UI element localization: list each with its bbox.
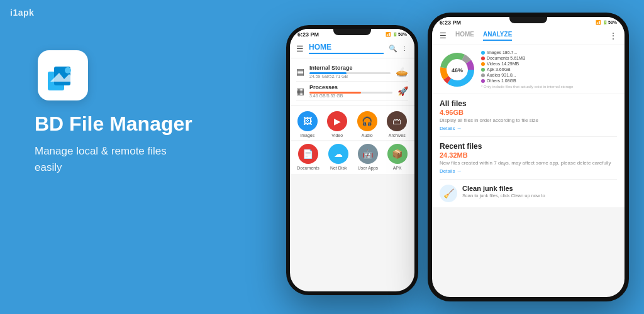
legend-dot-apk bbox=[481, 68, 485, 72]
divider1 bbox=[440, 136, 617, 137]
archives-label: Archives bbox=[389, 133, 406, 138]
phone2-notch bbox=[509, 17, 547, 23]
internal-storage-name: Internal Storage bbox=[309, 65, 391, 71]
legend-item-apk: Apk 3.66GB bbox=[481, 67, 618, 72]
phone1-app-grid-row1: 🖼 Images ▶ Video 🎧 Audio 🗃 Archives bbox=[290, 106, 414, 140]
legend-dot-audios bbox=[481, 73, 485, 77]
legend-item-documents: Documents 5.61MB bbox=[481, 56, 618, 60]
legend-item-images: Images 186.7... bbox=[481, 50, 618, 55]
legend-dot-videos bbox=[481, 62, 485, 66]
archives-circle: 🗃 bbox=[387, 111, 407, 131]
app-item-apk[interactable]: 📦 APK bbox=[387, 144, 408, 170]
processes-item[interactable]: ▦ Processes 3.46 GB/5.53 GB 🚀 bbox=[296, 82, 408, 101]
hero-subtitle: Manage local & remote files easily bbox=[35, 143, 192, 175]
processes-info: Processes 3.46 GB/5.53 GB bbox=[309, 84, 392, 98]
app-item-video[interactable]: ▶ Video bbox=[327, 111, 347, 138]
recent-files-title: Recent files bbox=[440, 142, 617, 151]
legend-dot-others bbox=[481, 79, 485, 83]
internal-storage-item[interactable]: ▤ Internal Storage 24.59 GB/52.71 GB 🥧 bbox=[296, 62, 408, 82]
phone2-analyze-content: All files 4.96GB Display all files in or… bbox=[432, 94, 625, 207]
phone2-screen: 6:23 PM 📶🔋50% ☰ HOME ANALYZE ⋮ bbox=[432, 17, 625, 297]
clean-icon-circle: 🧹 bbox=[440, 185, 457, 202]
phone1-status-icons: 📶🔋50% bbox=[386, 32, 407, 37]
all-files-size: 4.96GB bbox=[440, 109, 617, 116]
app-item-userapps[interactable]: 🤖 User Apps bbox=[358, 144, 378, 170]
clean-title: Clean junk files bbox=[462, 185, 617, 192]
userapps-circle: 🤖 bbox=[358, 144, 378, 164]
video-label: Video bbox=[331, 133, 343, 138]
phone2-tabs: HOME ANALYZE bbox=[455, 31, 603, 41]
recent-files-desc: New files created within 7 days, may aff… bbox=[440, 160, 617, 166]
images-circle: 🖼 bbox=[297, 111, 318, 131]
legend-text-documents: Documents 5.61MB bbox=[487, 56, 525, 60]
app-item-images[interactable]: 🖼 Images bbox=[297, 111, 318, 138]
svg-point-3 bbox=[65, 67, 71, 73]
recent-files-size: 24.32MB bbox=[440, 151, 617, 159]
legend-dot-images bbox=[481, 51, 485, 55]
legend-item-others: Others 1.08GB bbox=[481, 78, 618, 83]
internal-storage-size: 24.59 GB/52.71 GB bbox=[309, 74, 391, 78]
netdisk-label: Net Disk bbox=[330, 166, 347, 170]
phone2-frame: 6:23 PM 📶🔋50% ☰ HOME ANALYZE ⋮ bbox=[428, 13, 629, 301]
more-icon[interactable]: ⋮ bbox=[401, 45, 408, 53]
clean-info: Clean junk files Scan to junk files, cli… bbox=[462, 185, 617, 198]
app-item-netdisk[interactable]: ☁ Net Disk bbox=[328, 144, 348, 170]
phone2-status-icons: 📶🔋50% bbox=[596, 20, 617, 25]
phone1-header-action-icons: 🔍 ⋮ bbox=[389, 45, 408, 53]
app-item-documents[interactable]: 📄 Documents bbox=[297, 144, 319, 170]
legend-text-apk: Apk 3.66GB bbox=[487, 67, 511, 72]
all-files-details[interactable]: Details → bbox=[440, 126, 617, 131]
tab-home[interactable]: HOME bbox=[455, 31, 474, 41]
app-item-archives[interactable]: 🗃 Archives bbox=[387, 111, 407, 138]
internal-storage-info: Internal Storage 24.59 GB/52.71 GB bbox=[309, 65, 391, 78]
userapps-label: User Apps bbox=[358, 166, 378, 170]
rocket-icon: 🚀 bbox=[397, 86, 408, 96]
netdisk-circle: ☁ bbox=[328, 144, 348, 164]
audio-circle: 🎧 bbox=[357, 111, 377, 131]
hero-title: BD File Manager bbox=[35, 112, 192, 136]
phone1-frame: 6:23 PM 📶🔋50% ☰ HOME 🔍 ⋮ ▤ Internal Stor… bbox=[286, 25, 418, 295]
legend-text-audios: Audios 931.8... bbox=[487, 73, 516, 77]
svg-text:46%: 46% bbox=[452, 67, 463, 73]
audio-label: Audio bbox=[362, 133, 373, 138]
documents-circle: 📄 bbox=[298, 144, 318, 164]
legend-dot-documents bbox=[481, 57, 485, 60]
legend-text-videos: Videos 14.29MB bbox=[487, 62, 519, 66]
images-label: Images bbox=[300, 133, 314, 138]
recent-files-details[interactable]: Details → bbox=[440, 168, 617, 174]
phone1-time: 6:23 PM bbox=[297, 31, 319, 38]
search-icon[interactable]: 🔍 bbox=[389, 45, 397, 53]
tab-analyze[interactable]: ANALYZE bbox=[483, 31, 512, 41]
phone2-header: ☰ HOME ANALYZE ⋮ bbox=[432, 27, 625, 45]
processes-icon: ▦ bbox=[296, 86, 304, 96]
processes-name: Processes bbox=[309, 84, 392, 90]
all-files-desc: Display all files in order according to … bbox=[440, 117, 617, 123]
app-icon bbox=[38, 50, 88, 100]
legend-item-audios: Audios 931.8... bbox=[481, 73, 618, 77]
phone2-donut-section: 46% Images 186.7... Documents 5.61MB Vid… bbox=[432, 45, 625, 94]
documents-label: Documents bbox=[297, 166, 319, 170]
phone1-app-header: ☰ HOME 🔍 ⋮ bbox=[290, 39, 414, 58]
internal-storage-icon: ▤ bbox=[296, 67, 304, 77]
phone2-time: 6:23 PM bbox=[440, 19, 461, 26]
broom-icon: 🧹 bbox=[443, 188, 454, 198]
phone2-more-icon[interactable]: ⋮ bbox=[609, 31, 617, 40]
clean-desc: Scan to junk files, click Clean up now t… bbox=[462, 193, 617, 198]
processes-size: 3.46 GB/5.53 GB bbox=[309, 94, 392, 98]
apk-circle: 📦 bbox=[387, 144, 408, 164]
phone1-menu-icon[interactable]: ☰ bbox=[296, 44, 304, 53]
app-item-audio[interactable]: 🎧 Audio bbox=[357, 111, 377, 138]
video-circle: ▶ bbox=[327, 111, 347, 131]
phone2-menu-icon[interactable]: ☰ bbox=[440, 31, 447, 40]
phone1-screen: 6:23 PM 📶🔋50% ☰ HOME 🔍 ⋮ ▤ Internal Stor… bbox=[290, 29, 414, 291]
donut-chart-note: * Only include files that actually exist… bbox=[481, 85, 618, 89]
clean-junk-section: 🧹 Clean junk files Scan to junk files, c… bbox=[440, 185, 617, 202]
legend-item-videos: Videos 14.29MB bbox=[481, 62, 618, 66]
phone1-header-title: HOME bbox=[309, 43, 384, 54]
all-files-title: All files bbox=[440, 99, 617, 108]
apk-label: APK bbox=[393, 166, 402, 170]
phone1-notch bbox=[333, 29, 371, 35]
legend-text-others: Others 1.08GB bbox=[487, 78, 516, 83]
watermark-label: i1apk bbox=[10, 8, 34, 18]
internal-storage-chart-icon: 🥧 bbox=[396, 66, 408, 78]
